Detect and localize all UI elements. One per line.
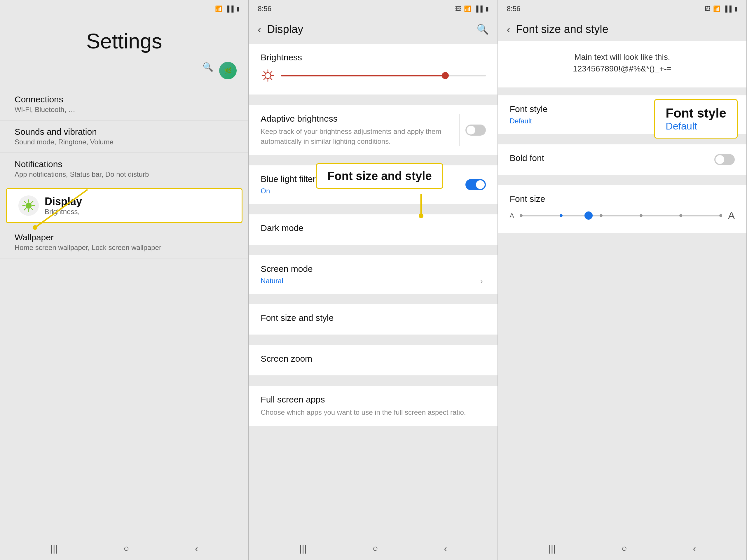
divider-4 [249, 248, 497, 252]
search-icon-display[interactable]: 🔍 [476, 23, 489, 35]
divider-vertical [459, 114, 460, 146]
divider-1 [249, 98, 497, 102]
display-icon-container [18, 195, 39, 216]
signal-icon: ▐▐ [225, 5, 233, 12]
avatar[interactable]: 🌿 [219, 62, 237, 79]
back-arrow-font[interactable]: ‹ [507, 24, 510, 35]
time-3: 8:56 [507, 5, 520, 13]
nav-home-2[interactable]: ○ [372, 543, 378, 554]
font-dot-5 [679, 214, 682, 217]
adaptive-brightness-row: Adaptive brightness Keep track of your b… [261, 114, 486, 146]
nav-back-1[interactable]: ‹ [195, 543, 198, 554]
font-dot-2 [560, 214, 563, 217]
settings-item-sounds[interactable]: Sounds and vibration Sound mode, Rington… [0, 121, 248, 153]
settings-item-wallpaper[interactable]: Wallpaper Home screen wallpaper, Lock sc… [0, 226, 248, 259]
gallery-icon: 🖼 [455, 5, 461, 12]
svg-line-7 [31, 201, 33, 203]
divider-6 [249, 338, 497, 342]
bold-font-section: Bold font [498, 144, 746, 175]
status-icons-3: 🖼 📶 ▐▐ ▮ [704, 5, 738, 12]
svg-point-0 [26, 203, 31, 209]
bold-font-label: Bold font [510, 153, 544, 163]
brightness-section: Brightness [249, 44, 497, 95]
search-row: 🔍 🌿 [0, 62, 248, 88]
nav-recents-2[interactable]: ||| [300, 543, 307, 554]
status-icons-2: 🖼 📶 ▐▐ ▮ [455, 5, 488, 12]
brightness-label: Brightness [261, 53, 486, 62]
nav-home-1[interactable]: ○ [123, 543, 129, 554]
signal-icon-3: ▐▐ [723, 5, 731, 12]
adaptive-brightness-toggle[interactable] [465, 125, 486, 136]
font-size-thumb[interactable] [585, 211, 593, 220]
font-size-label: Font size [510, 194, 735, 204]
preview-text-2: 1234567890!@#%&*()_+-= [510, 64, 735, 74]
font-size-small-label: A [510, 212, 514, 219]
screen-zoom-label: Screen zoom [261, 354, 486, 364]
bold-font-row: Bold font [510, 153, 735, 166]
font-size-slider-row: A A [510, 207, 735, 224]
wifi-icon-2: 📶 [464, 5, 471, 12]
brightness-sun-icon [261, 68, 275, 83]
status-icons-1: 📶 ▐▐ ▮ [215, 5, 239, 12]
svg-line-5 [24, 201, 26, 203]
brightness-row [261, 65, 486, 86]
font-style-callout-box: Font style Default [654, 99, 738, 138]
brightness-slider[interactable] [281, 75, 486, 76]
font-dot-1 [520, 214, 523, 217]
brightness-thumb[interactable] [442, 72, 449, 79]
time-2: 8:56 [258, 5, 272, 13]
font-size-section-display[interactable]: Font size and style › [249, 304, 497, 335]
preview-text-1: Main text will look like this. [510, 53, 735, 62]
blue-light-toggle[interactable] [465, 179, 486, 190]
nav-back-2[interactable]: ‹ [444, 543, 447, 554]
status-bar-1: 📶 ▐▐ ▮ [0, 0, 248, 18]
font-size-chevron: › [480, 276, 483, 286]
divider-5 [249, 297, 497, 301]
font-size-track[interactable] [520, 215, 722, 216]
divider-3 [249, 207, 497, 211]
back-arrow-display[interactable]: ‹ [258, 24, 261, 35]
font-size-label-display: Font size and style [261, 313, 486, 323]
svg-line-8 [24, 208, 26, 210]
svg-line-19 [264, 78, 265, 80]
blue-light-label: Blue light filter [261, 174, 315, 184]
preview-section: Main text will look like this. 123456789… [498, 41, 746, 88]
bold-font-toggle[interactable] [714, 154, 735, 165]
font-dot-4 [640, 214, 643, 217]
status-bar-3: 8:56 🖼 📶 ▐▐ ▮ [498, 0, 746, 18]
svg-line-18 [270, 72, 272, 73]
settings-item-connections[interactable]: Connections Wi-Fi, Bluetooth, … [0, 88, 248, 121]
font-dot-6 [719, 214, 722, 217]
settings-item-notifications[interactable]: Notifications App notifications, Status … [0, 153, 248, 185]
adaptive-brightness-section: Adaptive brightness Keep track of your b… [249, 105, 497, 155]
font-size-dots [520, 214, 722, 217]
full-screen-section[interactable]: Full screen apps Choose which apps you w… [249, 386, 497, 426]
screen-mode-label: Screen mode [261, 264, 486, 274]
display-callout-sub: Brightness, [45, 208, 82, 216]
search-icon[interactable]: 🔍 [203, 62, 213, 79]
screen-zoom-section[interactable]: Screen zoom [249, 345, 497, 375]
divider-2 [249, 158, 497, 162]
divider-f1 [498, 88, 746, 92]
gallery-icon-3: 🖼 [704, 5, 710, 12]
nav-recents-3[interactable]: ||| [548, 543, 556, 554]
full-screen-sub: Choose which apps you want to use in the… [261, 407, 486, 417]
bottom-nav-1: ||| ○ ‹ [0, 537, 248, 560]
panel-settings: 📶 ▐▐ ▮ Settings 🔍 🌿 Connections Wi-Fi, B… [0, 0, 249, 560]
top-bar-display: ‹ Display 🔍 [249, 18, 497, 41]
font-size-callout-box: Font size and style [316, 163, 443, 189]
panel-display: 8:56 🖼 📶 ▐▐ ▮ ‹ Display 🔍 Brightness [249, 0, 498, 560]
settings-item-display-highlighted[interactable]: Display Brightness, [6, 188, 242, 223]
dark-mode-label: Dark mode [261, 223, 486, 233]
svg-point-11 [265, 73, 271, 78]
divider-f3 [498, 178, 746, 182]
nav-recents-1[interactable]: ||| [50, 543, 58, 554]
font-size-callout-text: Font size and style [316, 163, 443, 189]
screen-mode-section: Screen mode Natural [249, 255, 497, 294]
nav-home-3[interactable]: ○ [621, 543, 627, 554]
wifi-icon: 📶 [215, 5, 222, 12]
sun-icon [22, 198, 35, 213]
font-size-large-label: A [728, 210, 735, 221]
nav-back-3[interactable]: ‹ [693, 543, 696, 554]
status-bar-2: 8:56 🖼 📶 ▐▐ ▮ [249, 0, 497, 18]
